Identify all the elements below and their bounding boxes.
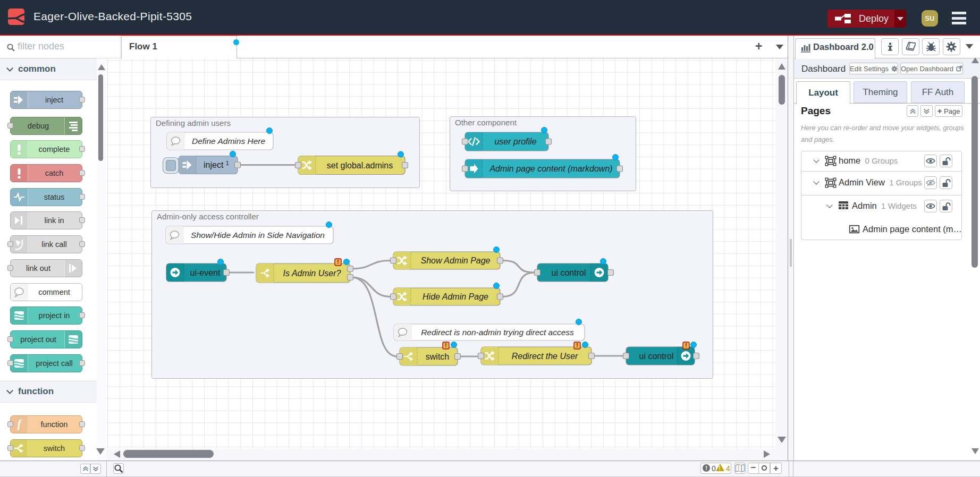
- svg-text:!: !: [445, 343, 446, 348]
- svg-text:Hide Admin Page: Hide Admin Page: [423, 292, 488, 301]
- svg-text:ui control: ui control: [552, 268, 586, 277]
- svg-text:Admin page content (markdown): Admin page content (markdown): [489, 164, 612, 173]
- svg-text:ui-event: ui-event: [190, 268, 221, 277]
- svg-text:Define Admins Here: Define Admins Here: [192, 137, 266, 146]
- svg-text:Admin-only access controller: Admin-only access controller: [157, 212, 259, 221]
- svg-text:set global.admins: set global.admins: [327, 161, 393, 170]
- svg-text:user profile: user profile: [494, 137, 536, 146]
- svg-text:!: !: [337, 259, 339, 265]
- svg-text:Show Admin Page: Show Admin Page: [420, 256, 490, 265]
- svg-text:!: !: [685, 343, 687, 348]
- svg-text:Redirect the User: Redirect the User: [512, 352, 578, 361]
- svg-text:inject 1: inject 1: [204, 160, 229, 169]
- svg-text:Other component: Other component: [455, 118, 517, 127]
- svg-text:Defining admin users: Defining admin users: [156, 118, 231, 127]
- svg-text:Is Admin User?: Is Admin User?: [283, 269, 341, 278]
- svg-text:Show/Hide Admin in Side Naviga: Show/Hide Admin in Side Navigation: [191, 231, 325, 240]
- svg-text:!: !: [576, 343, 578, 348]
- svg-text:ui control: ui control: [639, 352, 674, 361]
- svg-text:switch: switch: [426, 352, 449, 361]
- svg-text:Redirect is non-admin trying d: Redirect is non-admin trying direct acce…: [421, 328, 574, 337]
